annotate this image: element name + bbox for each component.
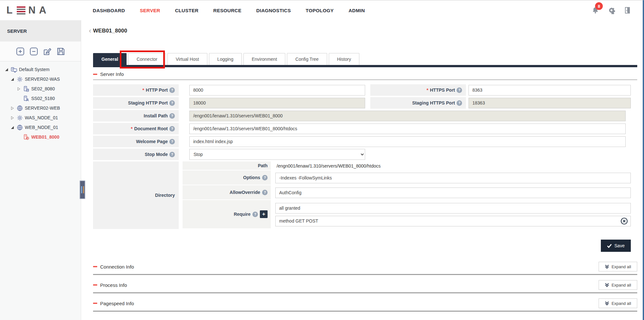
help-icon[interactable]: ? — [169, 113, 175, 119]
options-input[interactable] — [275, 173, 631, 183]
add-require-button[interactable]: + — [260, 210, 268, 218]
tab-general[interactable]: General — [93, 53, 127, 65]
top-navigation: DASHBOARD SERVER CLUSTER RESOURCE DIAGNO… — [93, 8, 365, 13]
welcome-page-label-cell: Welcome Page ? — [93, 136, 179, 147]
tree-item-label: Default System — [19, 67, 50, 72]
tab-connector[interactable]: Connector — [128, 53, 166, 65]
sidebar-resize-handle[interactable] — [80, 180, 85, 199]
allowoverride-label-cell: AllowOverride ? — [183, 185, 271, 200]
settings-gear-icon[interactable] — [607, 6, 616, 14]
field-label: Stop Mode — [145, 152, 168, 157]
caret-expanded-icon[interactable] — [10, 125, 14, 130]
staging-https-port-input[interactable] — [469, 98, 631, 108]
caret-collapsed-icon[interactable] — [10, 116, 14, 120]
install-path-input[interactable] — [189, 111, 626, 121]
nav-admin[interactable]: ADMIN — [348, 8, 365, 13]
nav-resource[interactable]: RESOURCE — [213, 8, 241, 13]
section-dash-icon — [93, 74, 97, 75]
https-port-input[interactable] — [469, 85, 631, 96]
tree-remove-button[interactable] — [29, 47, 38, 56]
save-button[interactable]: Save — [601, 240, 631, 252]
logout-door-icon[interactable] — [623, 6, 632, 14]
directory-label-cell: Directory — [93, 161, 179, 229]
notification-bell-icon[interactable]: 8 — [591, 6, 600, 14]
tree-add-button[interactable] — [16, 47, 24, 56]
help-icon[interactable]: ? — [252, 212, 258, 217]
expand-all-pagespeed-button[interactable]: Expand all — [599, 298, 637, 308]
collapse-sidebar-chevron[interactable]: ‹ — [89, 27, 91, 34]
double-chevron-down-icon — [605, 301, 609, 306]
tab-environment[interactable]: Environment — [243, 53, 286, 65]
tree-item-default-system[interactable]: Default System — [0, 65, 81, 74]
globe-icon — [16, 124, 23, 131]
required-marker: * — [427, 87, 428, 93]
tab-underline — [93, 65, 637, 67]
help-icon[interactable]: ? — [169, 87, 175, 93]
tab-virtual-host[interactable]: Virtual Host — [167, 53, 207, 65]
tree-save-button[interactable] — [56, 47, 65, 56]
tab-config-tree[interactable]: Config Tree — [287, 53, 327, 65]
tree-item-label: SERVER02-WEB — [25, 105, 60, 111]
tree-item-server02-was[interactable]: SERVER02-WAS — [0, 74, 81, 84]
section-dash-icon — [93, 303, 97, 304]
nav-topology[interactable]: TOPOLOGY — [306, 8, 334, 13]
logo-letter-a: A — [39, 5, 47, 16]
require-input-1[interactable] — [275, 203, 631, 214]
field-label: HTTP Port — [146, 87, 168, 93]
tab-logging[interactable]: Logging — [209, 53, 242, 65]
help-icon[interactable]: ? — [457, 87, 462, 93]
help-icon[interactable]: ? — [169, 139, 175, 144]
path-label-cell: Path — [183, 161, 271, 170]
tree-item-was-node-01[interactable]: WAS_NODE_01 — [0, 113, 81, 123]
tab-history[interactable]: History — [329, 53, 360, 65]
nav-server[interactable]: SERVER — [140, 8, 160, 13]
help-icon[interactable]: ? — [169, 126, 175, 132]
https-port-label-cell: * HTTPS Port ? — [370, 84, 466, 96]
field-label: Staging HTTPS Port — [412, 100, 455, 105]
options-label-cell: Options ? — [183, 170, 271, 185]
stop-mode-select[interactable]: Stop — [189, 149, 365, 160]
top-header: L N A DASHBOARD SERVER CLUSTER RESOURCE … — [0, 0, 643, 20]
http-port-input[interactable] — [189, 85, 365, 96]
nav-dashboard[interactable]: DASHBOARD — [93, 8, 125, 13]
field-label: Welcome Page — [136, 139, 168, 144]
welcome-page-input[interactable] — [189, 136, 626, 147]
help-icon[interactable]: ? — [457, 100, 462, 106]
help-icon[interactable]: ? — [169, 100, 175, 106]
server-tree: Default System SERVER02-WAS SE02_8080 SS… — [0, 61, 81, 142]
path-value: /engn001/lenaw/1.310/servers/WEB01_8000/… — [275, 163, 381, 169]
server-user-icon — [23, 95, 29, 102]
remove-require-icon[interactable] — [620, 217, 628, 225]
tree-item-ss02-5180[interactable]: SS02_5180 — [0, 94, 81, 103]
staging-http-port-input[interactable] — [189, 98, 365, 108]
tree-edit-button[interactable] — [43, 47, 52, 56]
install-path-label-cell: Install Path ? — [93, 110, 179, 122]
require-input-2[interactable] — [275, 216, 631, 226]
nav-cluster[interactable]: CLUSTER — [175, 8, 198, 13]
field-label: HTTPS Port — [430, 87, 455, 93]
document-root-input[interactable] — [189, 123, 626, 134]
tree-item-web-node-01[interactable]: WEB_NODE_01 — [0, 123, 81, 132]
tree-item-server02-web[interactable]: SERVER02-WEB — [0, 103, 81, 113]
help-icon[interactable]: ? — [262, 175, 268, 180]
field-label: Path — [258, 163, 268, 168]
help-icon[interactable]: ? — [169, 152, 175, 157]
tree-item-label: SERVER02-WAS — [25, 77, 60, 82]
nav-diagnostics[interactable]: DIAGNOSTICS — [256, 8, 291, 13]
tree-item-web01-8000[interactable]: WEB01_8000 — [0, 132, 81, 142]
expand-all-connection-button[interactable]: Expand all — [599, 262, 637, 271]
caret-collapsed-icon[interactable] — [10, 106, 14, 110]
caret-expanded-icon[interactable] — [5, 68, 9, 72]
tab-bar: General Connector Virtual Host Logging E… — [93, 53, 637, 67]
allowoverride-input[interactable] — [275, 187, 631, 198]
tree-item-label: WEB_NODE_01 — [25, 125, 58, 130]
help-icon[interactable]: ? — [262, 190, 268, 195]
caret-expanded-icon[interactable] — [10, 77, 14, 81]
caret-collapsed-icon[interactable] — [17, 87, 21, 91]
logo-letter-l: L — [6, 5, 14, 16]
tree-item-se02-8080[interactable]: SE02_8080 — [0, 84, 81, 94]
require-label-cell: Require ? + — [183, 200, 271, 229]
field-label: Options — [243, 175, 260, 180]
section-title: Connection Info — [100, 264, 134, 270]
expand-all-process-button[interactable]: Expand all — [599, 280, 637, 290]
